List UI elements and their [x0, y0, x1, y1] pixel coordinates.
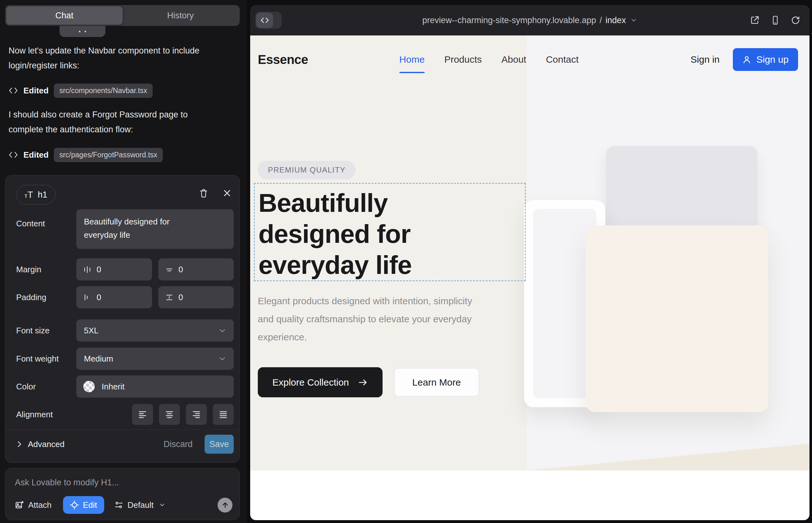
nav-link-home[interactable]: Home [399, 54, 425, 65]
learn-more-button[interactable]: Learn More [394, 368, 479, 397]
assistant-message: I should also create a Forgot Password p… [8, 107, 219, 137]
target-icon [70, 501, 79, 509]
mobile-view-icon[interactable] [771, 16, 780, 25]
text-size-icon: тT [24, 190, 33, 200]
margin-x-input[interactable]: 0 [76, 258, 152, 281]
padding-x-input[interactable]: 0 [76, 286, 152, 308]
edit-label: Edit [83, 500, 97, 510]
margin-row: Margin 0 0 [16, 258, 234, 281]
margin-x-value: 0 [96, 265, 101, 274]
chat-toolbar: Attach Edit Default [15, 495, 232, 515]
code-preview-toggle[interactable] [255, 12, 282, 29]
advanced-label: Advanced [28, 439, 65, 449]
margin-label: Margin [16, 265, 76, 274]
hero-description: Elegant products designed with intention… [258, 292, 486, 346]
h1-selection-outline[interactable]: Beautifully designed for everyday life [254, 183, 526, 281]
advanced-toggle[interactable]: Advanced [16, 439, 65, 449]
nav-link-about[interactable]: About [501, 54, 526, 65]
font-weight-select[interactable]: Medium [76, 348, 234, 370]
site-logo[interactable]: Essence [258, 53, 308, 67]
url-bar[interactable]: preview--charming-site-symphony.lovable.… [314, 5, 746, 35]
learn-more-label: Learn More [412, 377, 461, 388]
nav-links: Home Products About Contact [399, 54, 579, 65]
font-size-row: Font size 5XL [16, 320, 234, 342]
content-label: Content [16, 209, 76, 229]
element-inspector: тT h1 Content Beautifully designed for e… [5, 175, 240, 463]
sign-in-link[interactable]: Sign in [691, 54, 720, 65]
edit-mode-button[interactable]: Edit [63, 496, 104, 514]
edited-file-chip[interactable]: src/pages/ForgotPassword.tsx [54, 148, 162, 162]
font-weight-label: Font weight [16, 354, 76, 364]
padding-x-value: 0 [96, 292, 101, 302]
margin-x-icon [83, 266, 91, 273]
padding-y-input[interactable]: 0 [158, 286, 234, 308]
edited-file-row: Edited src/components/Navbar.tsx [8, 83, 153, 98]
nav-link-contact[interactable]: Contact [546, 54, 579, 65]
decor-card-beige [586, 226, 768, 412]
scroll-indicator-pill[interactable] [59, 26, 105, 37]
alignment-row: Alignment [16, 404, 234, 425]
content-textarea[interactable]: Beautifully designed for everyday life [76, 209, 234, 249]
code-icon [256, 13, 273, 28]
chevron-down-icon [630, 17, 637, 24]
person-icon [742, 55, 751, 64]
margin-y-icon [165, 266, 173, 273]
explore-label: Explore Collection [272, 377, 349, 388]
selected-element-pill: тT h1 [16, 185, 55, 204]
font-size-select[interactable]: 5XL [76, 320, 234, 342]
chrome-actions [750, 5, 800, 35]
delete-element-button[interactable] [198, 187, 209, 199]
dot [79, 31, 81, 32]
content-row: Content Beautifully designed for everyda… [16, 209, 234, 249]
chevron-down-icon [218, 355, 226, 362]
url-host: preview--charming-site-symphony.lovable.… [422, 16, 596, 25]
chat-input[interactable] [15, 478, 224, 488]
color-row: Color Inherit [16, 376, 234, 398]
refresh-icon[interactable] [791, 16, 800, 25]
padding-x-icon [83, 293, 91, 301]
attach-image-icon [15, 501, 24, 509]
hero-section: Essence Home Products About Contact Sign… [250, 35, 810, 470]
builder-panel: Chat History Now let's update the Navbar… [0, 0, 247, 523]
send-button[interactable] [217, 498, 232, 512]
discard-button[interactable]: Discard [163, 439, 193, 449]
tab-chat[interactable]: Chat [6, 6, 123, 25]
margin-y-input[interactable]: 0 [158, 258, 234, 281]
sign-up-button[interactable]: Sign up [733, 48, 798, 71]
mode-select[interactable]: Default [114, 500, 166, 510]
edited-label: Edited [23, 150, 49, 160]
tab-history[interactable]: History [123, 6, 239, 25]
align-center-button[interactable] [159, 404, 180, 425]
open-external-icon[interactable] [750, 16, 759, 25]
font-size-value: 5XL [84, 326, 99, 336]
padding-y-value: 0 [179, 292, 183, 302]
preview-window: preview--charming-site-symphony.lovable.… [250, 5, 810, 520]
assistant-message: Now let's update the Navbar component to… [8, 43, 219, 73]
explore-collection-button[interactable]: Explore Collection [258, 367, 383, 397]
font-weight-value: Medium [84, 354, 113, 364]
chevron-down-icon [218, 327, 226, 334]
auth-actions: Sign in Sign up [691, 48, 798, 71]
margin-y-value: 0 [179, 265, 183, 274]
browser-chrome: preview--charming-site-symphony.lovable.… [250, 5, 810, 35]
hero-title[interactable]: Beautifully designed for everyday life [254, 184, 525, 281]
sliders-icon [114, 501, 123, 509]
arrow-right-icon [358, 378, 368, 387]
dot [85, 31, 86, 32]
align-right-button[interactable] [186, 404, 207, 425]
nav-link-products[interactable]: Products [444, 54, 482, 65]
color-picker-field[interactable]: Inherit [76, 376, 234, 398]
edited-file-chip[interactable]: src/components/Navbar.tsx [54, 84, 152, 98]
close-inspector-button[interactable] [222, 187, 233, 199]
align-left-button[interactable] [132, 404, 153, 425]
mode-label: Default [128, 500, 154, 510]
padding-row: Padding 0 0 [16, 286, 234, 308]
align-justify-button[interactable] [213, 404, 234, 425]
attach-button[interactable]: Attach [15, 500, 52, 510]
font-weight-row: Font weight Medium [16, 348, 234, 370]
site-viewport: Essence Home Products About Contact Sign… [250, 35, 810, 520]
chat-input-card: Attach Edit Default [5, 468, 240, 520]
font-size-label: Font size [16, 326, 76, 336]
color-value: Inherit [102, 382, 124, 392]
save-button[interactable]: Save [205, 435, 234, 454]
